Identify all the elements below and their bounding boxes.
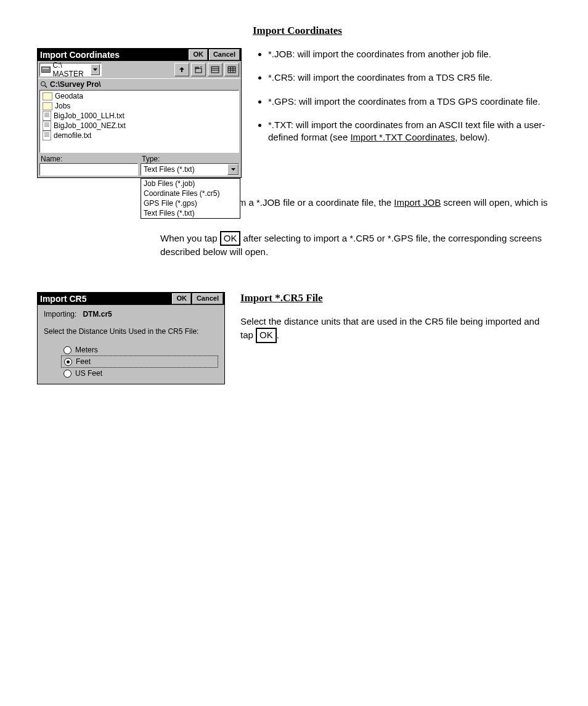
svg-line-13	[45, 86, 47, 87]
svg-rect-2	[195, 67, 198, 68]
importing-line: Importing: DTM.cr5	[44, 310, 218, 319]
file-icon	[43, 111, 51, 121]
svg-point-12	[41, 82, 46, 86]
list-item[interactable]: Jobs	[41, 101, 237, 111]
chevron-down-icon	[227, 164, 239, 175]
format-list: *.JOB: will import the coordinates from …	[257, 48, 551, 144]
cancel-button[interactable]: Cancel	[192, 293, 223, 304]
xref-link[interactable]: Import *.TXT Coordinates	[350, 132, 455, 142]
importing-file: DTM.cr5	[83, 310, 112, 319]
details-view-icon[interactable]	[224, 63, 239, 76]
type-option[interactable]: Coordinate Files (*.cr5)	[141, 189, 240, 198]
list-item[interactable]: BigJob_1000_LLH.txt	[41, 111, 237, 121]
prompt-text: Select the Distance Units Used in the CR…	[44, 327, 218, 336]
list-item: *.CR5: will import the coordinates from …	[268, 71, 551, 84]
radio-feet[interactable]: Feet	[61, 355, 218, 368]
type-select[interactable]: Text Files (*.txt)	[141, 163, 239, 176]
type-option[interactable]: Text Files (*.txt)	[141, 208, 240, 218]
import-cr5-dialog: Import CR5 OK Cancel Importing: DTM.cr5 …	[37, 292, 225, 384]
drive-select[interactable]: C:\ MASTER	[39, 63, 102, 76]
name-label: Name:	[39, 155, 138, 163]
up-folder-icon[interactable]	[174, 63, 189, 76]
section-heading: Import Coordinates	[253, 25, 551, 37]
dialog-title: Import Coordinates	[40, 50, 187, 60]
magnifier-icon	[40, 81, 47, 88]
svg-text:*: *	[200, 66, 202, 70]
list-item: *.GPS: will import the coordinates from …	[268, 95, 551, 108]
svg-rect-4	[211, 67, 219, 73]
list-item[interactable]: BigJob_1000_NEZ.txt	[41, 121, 237, 131]
type-option[interactable]: GPS File (*.gps)	[141, 198, 240, 208]
svg-marker-14	[231, 168, 235, 171]
ok-button[interactable]: OK	[172, 293, 191, 304]
chevron-down-icon	[91, 64, 100, 75]
disk-icon	[41, 67, 51, 73]
import-coordinates-dialog: Import Coordinates OK Cancel C:\ MASTER	[37, 48, 242, 178]
paragraph: Select the distance units that are used …	[240, 315, 551, 343]
radio-meters[interactable]: Meters	[61, 344, 218, 355]
type-dropdown-list: Job Files (*.job) Coordinate Files (*.cr…	[141, 178, 240, 219]
ok-label: OK	[220, 231, 241, 246]
ok-label: OK	[256, 328, 277, 343]
name-input[interactable]	[39, 163, 138, 176]
section-heading: Import *.CR5 File	[240, 292, 551, 304]
type-selected: Text Files (*.txt)	[141, 165, 227, 174]
current-path: C:\Survey Pro\	[50, 80, 101, 89]
svg-rect-7	[228, 67, 235, 73]
type-option[interactable]: Job Files (*.job)	[141, 179, 240, 189]
list-view-icon[interactable]	[208, 63, 223, 76]
cancel-button[interactable]: Cancel	[209, 49, 240, 60]
list-item[interactable]: Geodata	[41, 91, 237, 101]
drive-label: C:\ MASTER	[53, 61, 91, 78]
file-icon	[43, 131, 51, 140]
svg-marker-0	[93, 68, 97, 71]
radio-icon	[63, 346, 71, 354]
list-item[interactable]: demofile.txt	[41, 131, 237, 140]
file-list: Geodata Jobs BigJob_1000_LLH.txt BigJob_…	[39, 90, 239, 153]
radio-icon	[63, 370, 71, 378]
radio-icon	[64, 358, 72, 366]
list-item: *.TXT: will import the coordinates from …	[268, 119, 551, 144]
units-radio-group: Meters Feet US Feet	[44, 344, 218, 379]
folder-icon	[43, 102, 52, 110]
paragraph: When you tap OK after selecting to impor…	[160, 231, 551, 259]
ok-button[interactable]: OK	[189, 49, 208, 60]
list-item: *.JOB: will import the coordinates from …	[268, 48, 551, 60]
radio-usfeet[interactable]: US Feet	[61, 368, 218, 379]
new-folder-icon[interactable]: *	[191, 63, 206, 76]
xref-link[interactable]: Import JOB	[394, 197, 441, 208]
dialog-title: Import CR5	[40, 294, 171, 304]
file-icon	[43, 121, 51, 131]
type-label: Type:	[141, 155, 239, 163]
folder-icon	[43, 92, 52, 100]
